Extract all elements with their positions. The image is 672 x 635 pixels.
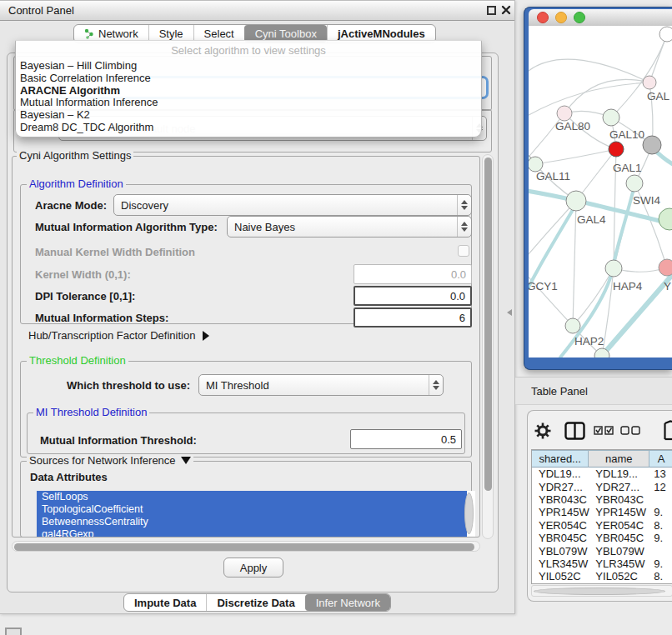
- mi-threshold-input[interactable]: 0.5: [350, 429, 462, 449]
- list-item-gal4rgexp[interactable]: gal4RGexp: [37, 528, 467, 537]
- tab-network-label: Network: [98, 28, 138, 40]
- threshold-definition-title: Threshold Definition: [27, 355, 128, 366]
- node-gal2[interactable]: [643, 76, 656, 89]
- node-hap4[interactable]: [605, 260, 622, 277]
- column-header-name[interactable]: name: [589, 450, 649, 468]
- node-swi4[interactable]: [626, 175, 643, 192]
- kernel-width-value: 0.0: [451, 268, 466, 281]
- bottom-tabstrip: Impute Data Discretize Data Infer Networ…: [123, 593, 391, 612]
- table-row[interactable]: YDR27... YDR27... 12: [532, 480, 672, 492]
- which-threshold-value: MI Threshold: [199, 379, 429, 392]
- sources-collapse-toggle[interactable]: Sources for Network Inference: [27, 455, 193, 466]
- table-row[interactable]: YBL079W YBL079W: [532, 544, 672, 557]
- aracne-mode-combobox[interactable]: Discovery: [113, 194, 472, 216]
- table-header-row: shared... name A: [532, 450, 672, 468]
- settings-hscrollbar-track[interactable]: [12, 541, 480, 552]
- list-item-topological[interactable]: TopologicalCoefficient: [37, 503, 467, 516]
- edge: [564, 79, 649, 113]
- node-label-hap2: HAP2: [574, 335, 604, 348]
- hub-definition-expander[interactable]: Hub/Transcription Factor Definition: [28, 329, 210, 342]
- new-column-icon[interactable]: [664, 420, 672, 441]
- stepper-icon: [457, 195, 471, 215]
- edge: [611, 34, 667, 118]
- list-item-selfloops[interactable]: SelfLoops: [37, 491, 467, 503]
- menu-item-bayesian-k2[interactable]: Bayesian – K2: [16, 109, 481, 122]
- edge-highlighted: [613, 186, 634, 269]
- float-window-icon[interactable]: [487, 6, 496, 15]
- settings-hscrollbar-thumb[interactable]: [14, 543, 474, 551]
- table-row[interactable]: YLR345W YLR345W 9.: [532, 558, 672, 570]
- edge: [535, 149, 616, 164]
- edge: [529, 201, 576, 266]
- mi-steps-label: Mutual Information Steps:: [35, 312, 168, 324]
- edge: [529, 59, 649, 82]
- table-row[interactable]: YER054C YER054C 8.: [532, 519, 672, 532]
- node-gal80[interactable]: [557, 106, 572, 121]
- node-hap2[interactable]: [565, 318, 580, 333]
- list-item-betweenness[interactable]: BetweennessCentrality: [37, 516, 467, 528]
- mi-type-value: Naive Bayes: [228, 221, 457, 233]
- mi-steps-value: 6: [459, 312, 465, 324]
- tab-discretize-data[interactable]: Discretize Data: [206, 594, 304, 611]
- settings-vscrollbar-thumb[interactable]: [484, 158, 492, 491]
- node-salmon[interactable]: [659, 259, 672, 276]
- tab-impute-data[interactable]: Impute Data: [124, 594, 206, 611]
- table-row[interactable]: YBR043C YBR043C: [532, 493, 672, 506]
- panel-resize-handle[interactable]: [507, 309, 512, 316]
- node-gal1-selected[interactable]: [609, 142, 624, 157]
- settings-vscrollbar-track[interactable]: [482, 154, 494, 539]
- manual-kernel-label: Manual Kernel Width Definition: [35, 246, 195, 258]
- table-row[interactable]: YDL19... YDL19... 13: [532, 468, 672, 480]
- column-header-shared-name[interactable]: shared...: [532, 450, 589, 468]
- table-row[interactable]: YPR145W YPR145W 9.: [532, 506, 672, 518]
- tab-impute-data-label: Impute Data: [134, 597, 196, 609]
- apply-button[interactable]: Apply: [223, 558, 283, 578]
- dpi-tolerance-input[interactable]: 0.0: [354, 286, 472, 306]
- menu-item-aracne[interactable]: ARACNE Algorithm: [16, 85, 481, 98]
- menu-item-mutual-information[interactable]: Mutual Information Inference: [16, 97, 481, 109]
- table-row[interactable]: YBR045C YBR045C 9.: [532, 532, 672, 544]
- close-icon[interactable]: [501, 5, 511, 15]
- aracne-mode-value: Discovery: [114, 199, 457, 212]
- cyni-algorithm-settings-title: Cyni Algorithm Settings: [17, 150, 133, 161]
- node-gal10[interactable]: [603, 109, 619, 126]
- algorithm-dropdown-prompt: Select algorithm to view settings: [16, 41, 481, 60]
- close-traffic-light-icon[interactable]: [537, 12, 549, 23]
- menu-item-bayesian-hill-climbing[interactable]: Bayesian – Hill Climbing: [16, 60, 481, 72]
- menu-item-dream8[interactable]: Dream8 DC_TDC Algorithm: [16, 122, 481, 134]
- table-hscrollbar-thumb[interactable]: [534, 588, 665, 595]
- table-hscrollbar-track[interactable]: [531, 585, 672, 597]
- network-canvas[interactable]: GAL GAL80 GAL10 GAL1 GAL11 SWI4 GAL4 GCY…: [529, 26, 672, 358]
- manual-kernel-checkbox[interactable]: [458, 245, 469, 257]
- gear-icon[interactable]: [534, 422, 551, 439]
- mi-steps-input[interactable]: 6: [354, 308, 472, 328]
- node-label-hap4: HAP4: [613, 280, 643, 292]
- deselect-all-checkboxes-icon[interactable]: [620, 426, 641, 435]
- node-label-gal10: GAL10: [609, 128, 644, 141]
- node-label-swi4: SWI4: [633, 194, 660, 207]
- select-all-checkboxes-icon[interactable]: [594, 426, 614, 435]
- node[interactable]: [659, 208, 672, 230]
- kernel-width-input[interactable]: 0.0: [354, 264, 472, 284]
- node-gal4[interactable]: [566, 191, 586, 211]
- edge-highlighted: [529, 204, 576, 311]
- columns-icon[interactable]: [564, 422, 585, 440]
- mi-type-combobox[interactable]: Naive Bayes: [227, 216, 472, 238]
- node-gray[interactable]: [643, 136, 661, 154]
- sources-title: Sources for Network Inference: [29, 455, 176, 466]
- zoom-traffic-light-icon[interactable]: [574, 12, 585, 23]
- tab-infer-network[interactable]: Infer Network: [305, 594, 390, 611]
- algorithm-dropdown-popup: Select algorithm to view settings Bayesi…: [15, 40, 482, 138]
- attributes-scrollbar-thumb[interactable]: [464, 492, 474, 534]
- menu-item-basic-correlation[interactable]: Basic Correlation Inference: [16, 72, 481, 85]
- screen: Control Panel Network Style Select Cyni …: [0, 0, 672, 635]
- which-threshold-combobox[interactable]: MI Threshold: [198, 374, 444, 396]
- tab-infer-network-label: Infer Network: [316, 597, 380, 609]
- partial-button[interactable]: [5, 628, 22, 635]
- minimize-traffic-light-icon[interactable]: [555, 12, 567, 23]
- column-header-extra[interactable]: A: [649, 450, 672, 468]
- node[interactable]: [659, 27, 672, 42]
- table-panel-titlebar: Table Panel: [515, 377, 672, 405]
- table-row[interactable]: YIL052C YIL052C 8.: [532, 570, 672, 582]
- stepper-icon: [429, 375, 443, 395]
